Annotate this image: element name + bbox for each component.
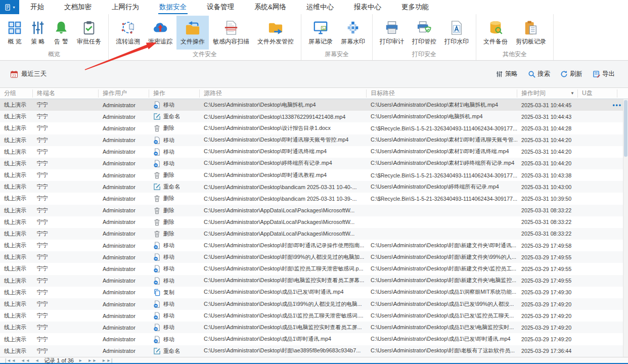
ribbon-item-label: 屏幕水印 bbox=[341, 37, 365, 46]
nav-fast-next-button[interactable]: ►► bbox=[87, 358, 97, 363]
ribbon-item-概览[interactable]: 概 览 bbox=[3, 16, 26, 50]
cell-操作: 删除 bbox=[149, 193, 200, 204]
date-range-filter[interactable]: 23 最近三天 bbox=[10, 70, 47, 78]
export-icon bbox=[593, 70, 600, 78]
nav-last-button[interactable]: ►►| bbox=[102, 358, 113, 363]
table-row[interactable]: 线上演示宁宁Administrator移动C:\Users\Administra… bbox=[0, 134, 628, 146]
tab-开始[interactable]: 开始 bbox=[29, 0, 45, 14]
tab-上网行为[interactable]: 上网行为 bbox=[111, 0, 140, 14]
策略-button[interactable]: 策略 bbox=[496, 70, 518, 78]
table-row[interactable]: 线上演示宁宁Administrator重命名C:\Users\Administr… bbox=[0, 181, 628, 193]
column-header-操作时间[interactable]: 操作时间▼ bbox=[517, 89, 578, 98]
column-header-U盘[interactable]: U盘 bbox=[578, 89, 617, 98]
ribbon-item-剪切板记录[interactable]: 剪切板记录 bbox=[512, 16, 550, 50]
column-header-操作用户[interactable]: 操作用户 bbox=[99, 89, 149, 98]
nav-next-button[interactable]: ► bbox=[78, 358, 83, 363]
cell-操作: 重命名 bbox=[149, 345, 200, 357]
vertical-scrollbar[interactable] bbox=[623, 99, 628, 357]
date-range-label: 最近三天 bbox=[21, 70, 47, 78]
cell-目标路径: C:\Users\Administrator\Desktop\婷终端所有记录.m… bbox=[367, 181, 517, 193]
app-menu-button[interactable]: ▾ bbox=[0, 0, 19, 14]
sort-caret-icon[interactable]: ▼ bbox=[570, 91, 574, 96]
导出-button[interactable]: 导出 bbox=[593, 70, 615, 78]
clipboard-record-icon bbox=[523, 20, 539, 35]
ribbon-group-概览: 概 览策 略告 警审批任务概览 bbox=[0, 14, 109, 60]
operation-label: 重命名 bbox=[163, 113, 180, 120]
tab-文档加密[interactable]: 文档加密 bbox=[63, 0, 93, 14]
nav-fast-prev-button[interactable]: ◄◄ bbox=[21, 358, 30, 363]
cell-U盘 bbox=[578, 263, 617, 275]
column-header-分组[interactable]: 分组 bbox=[0, 89, 33, 98]
table-row[interactable]: 线上演示宁宁Administrator删除C:\Users\Administra… bbox=[0, 169, 628, 181]
cell-终端名: 宁宁 bbox=[33, 111, 99, 122]
table-row[interactable]: 线上演示宁宁Administrator移动C:\Users\Administra… bbox=[0, 310, 628, 322]
print-audit-icon bbox=[384, 20, 399, 35]
刷新-button[interactable]: 刷新 bbox=[560, 70, 582, 78]
cell-源路径: C:\Users\Administrator\Desktop\成品1\已发\即时… bbox=[200, 287, 367, 298]
cell-U盘 bbox=[578, 228, 617, 240]
cell-源路径: C:\Users\Administrator\AppData\Local\Pac… bbox=[200, 216, 367, 228]
cell-操作用户: Administrator bbox=[99, 263, 149, 275]
table-row[interactable]: 线上演示宁宁Administrator移动C:\Users\Administra… bbox=[0, 251, 628, 263]
cell-源路径: C:\Users\Administrator\Desktop\成品1\99%的人… bbox=[200, 298, 367, 310]
tab-更多功能[interactable]: 更多功能 bbox=[400, 0, 430, 14]
tab-数据安全[interactable]: 数据安全 bbox=[158, 0, 188, 14]
tab-报表中心[interactable]: 报表中心 bbox=[353, 0, 382, 14]
table-row[interactable]: 线上演示宁宁Administrator移动C:\Users\Administra… bbox=[0, 240, 628, 251]
ribbon-item-泄密追踪[interactable]: 泄密追踪 bbox=[144, 16, 176, 50]
table-row[interactable]: 线上演示宁宁Administrator移动C:\Users\Administra… bbox=[0, 298, 628, 310]
column-header-源路径[interactable]: 源路径 bbox=[200, 89, 367, 98]
cell-分组: 线上演示 bbox=[0, 146, 33, 158]
ribbon-item-流转追溯[interactable]: 流转追溯 bbox=[112, 16, 144, 50]
scrollbar-thumb[interactable] bbox=[624, 100, 627, 157]
op-copy-icon bbox=[153, 289, 161, 296]
table-row[interactable]: 线上演示宁宁Administrator删除C:\Users\Administra… bbox=[0, 122, 628, 134]
row-more-menu-button[interactable]: ••• bbox=[612, 99, 622, 111]
table-row[interactable]: 线上演示宁宁Administrator移动C:\Users\Administra… bbox=[0, 99, 628, 111]
column-header-操作[interactable]: 操作 bbox=[149, 89, 200, 98]
nav-prev-button[interactable]: ◄ bbox=[35, 358, 39, 363]
table-row[interactable]: 线上演示宁宁Administrator移动C:\Users\Administra… bbox=[0, 333, 628, 345]
column-header-目标路径[interactable]: 目标路径 bbox=[367, 89, 517, 98]
tab-运维中心[interactable]: 运维中心 bbox=[305, 0, 335, 14]
cell-U盘 bbox=[578, 181, 617, 193]
table-row[interactable]: 线上演示宁宁Administrator移动C:\Users\Administra… bbox=[0, 275, 628, 287]
ribbon-item-审批任务[interactable]: 审批任务 bbox=[73, 16, 105, 50]
ribbon-item-打印水印[interactable]: 打印水印 bbox=[440, 16, 473, 50]
table-row[interactable]: 线上演示宁宁Administrator移动C:\Users\Administra… bbox=[0, 146, 628, 158]
table-row[interactable]: 线上演示宁宁Administrator删除C:\Users\Administra… bbox=[0, 193, 628, 204]
ribbon-item-打印审计[interactable]: 打印审计 bbox=[376, 16, 408, 50]
table-row[interactable]: 线上演示宁宁Administrator移动C:\Users\Administra… bbox=[0, 322, 628, 333]
tab-设备管理[interactable]: 设备管理 bbox=[206, 0, 235, 14]
menu-tabs: 开始文档加密上网行为数据安全设备管理系统&网络运维中心报表中心更多功能 bbox=[29, 0, 430, 14]
table-row[interactable]: 线上演示宁宁Administrator移动C:\Users\Administra… bbox=[0, 263, 628, 275]
ribbon-group-文件安全: 流转追溯泄密追踪文件操作敏感内容扫描文件外发管控文件安全 bbox=[109, 14, 301, 60]
nav-first-button[interactable]: |◄◄ bbox=[5, 358, 16, 363]
table-row[interactable]: 线上演示宁宁Administrator重命名C:\Users\Administr… bbox=[0, 111, 628, 122]
ribbon-item-敏感内容扫描[interactable]: 敏感内容扫描 bbox=[209, 16, 253, 50]
搜索-button[interactable]: 搜索 bbox=[528, 70, 550, 78]
table-row[interactable]: 线上演示宁宁Administrator删除C:\Users\Administra… bbox=[0, 216, 628, 228]
table-row[interactable]: 线上演示宁宁Administrator删除C:\Users\Administra… bbox=[0, 228, 628, 240]
table-row[interactable]: 线上演示宁宁Administrator重命名C:\Users\Administr… bbox=[0, 345, 628, 357]
cell-终端名: 宁宁 bbox=[33, 193, 99, 204]
ribbon-item-屏幕记录[interactable]: 屏幕记录 bbox=[304, 16, 337, 50]
column-header-终端名[interactable]: 终端名 bbox=[33, 89, 99, 98]
ribbon-item-打印管控[interactable]: 打印管控 bbox=[408, 16, 440, 50]
ribbon-item-文件备份[interactable]: 文件备份 bbox=[479, 16, 512, 50]
cell-操作时间: 2025-03-29 17:36:44 bbox=[517, 345, 578, 357]
cell-U盘 bbox=[578, 99, 617, 111]
ribbon-item-策略[interactable]: 策 略 bbox=[26, 16, 50, 50]
table-row[interactable]: 线上演示宁宁Administrator移动C:\Users\Administra… bbox=[0, 158, 628, 169]
table-row[interactable]: 线上演示宁宁Administrator复制C:\Users\Administra… bbox=[0, 287, 628, 298]
ribbon-item-label: 概 览 bbox=[8, 37, 21, 46]
cell-分组: 线上演示 bbox=[0, 333, 33, 345]
ribbon-item-告警[interactable]: 告 警 bbox=[50, 16, 73, 50]
ribbon-item-文件外发管控[interactable]: 文件外发管控 bbox=[253, 16, 298, 50]
ribbon-item-屏幕水印[interactable]: 屏幕水印 bbox=[337, 16, 369, 50]
table-row[interactable]: 线上演示宁宁Administrator删除C:\Users\Administra… bbox=[0, 205, 628, 216]
ribbon-item-文件操作[interactable]: 文件操作 bbox=[176, 16, 209, 50]
cell-终端名: 宁宁 bbox=[33, 216, 99, 228]
tab-系统&网络[interactable]: 系统&网络 bbox=[253, 0, 287, 14]
operation-label: 删除 bbox=[163, 124, 174, 132]
